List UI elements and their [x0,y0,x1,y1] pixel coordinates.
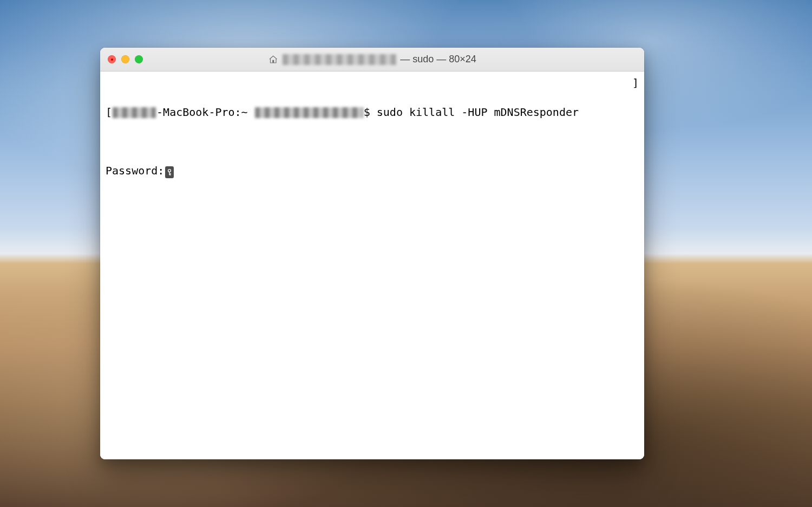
host-path-text: -MacBook-Pro:~ [156,105,254,120]
terminal-content[interactable]: [-MacBook-Pro:~ $ sudo killall -HUP mDNS… [100,72,644,459]
window-titlebar[interactable]: — sudo — 80×24 [100,48,644,72]
terminal-window: — sudo — 80×24 [-MacBook-Pro:~ $ sudo ki… [100,48,644,459]
svg-rect-0 [272,60,274,62]
close-button[interactable] [108,55,116,63]
minimize-button[interactable] [121,55,129,63]
hostname-redacted [113,107,156,118]
key-icon [165,166,174,178]
prompt-open-bracket: [ [106,105,112,120]
command-text: sudo killall -HUP mDNSResponder [377,105,579,120]
prompt-symbol: $ [364,105,377,120]
window-title: — sudo — 80×24 [268,54,476,65]
maximize-button[interactable] [135,55,143,63]
terminal-line-1: [-MacBook-Pro:~ $ sudo killall -HUP mDNS… [106,105,639,120]
prompt-close-bracket: ] [632,76,639,90]
home-icon [268,55,278,64]
username-redacted [255,107,363,118]
title-redacted-segment [282,54,396,65]
window-controls [108,55,143,63]
terminal-line-2: Password: [106,164,639,178]
password-label: Password: [106,164,164,177]
window-title-text: — sudo — 80×24 [400,54,476,65]
svg-point-1 [168,170,171,172]
